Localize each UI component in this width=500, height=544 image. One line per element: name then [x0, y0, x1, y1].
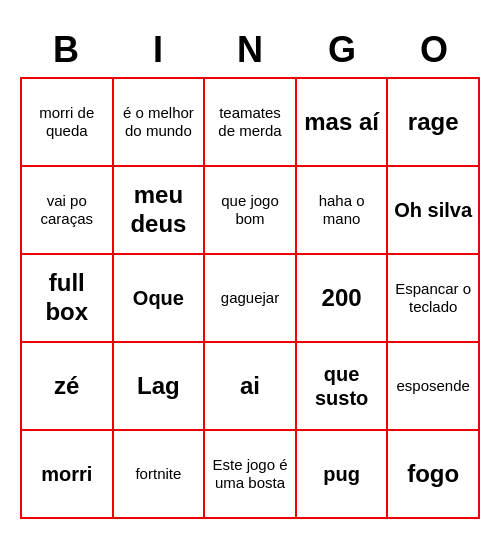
bingo-card: BINGO morri de quedaé o melhor do mundot… [20, 25, 480, 519]
cell-r3-c3: que susto [297, 343, 389, 431]
bingo-grid: morri de quedaé o melhor do mundoteamate… [20, 77, 480, 519]
cell-r1-c3: haha o mano [297, 167, 389, 255]
header-letter-b: B [20, 25, 112, 75]
header-letter-g: G [296, 25, 388, 75]
cell-r4-c0: morri [22, 431, 114, 519]
cell-r2-c2: gaguejar [205, 255, 297, 343]
cell-r4-c1: fortnite [114, 431, 206, 519]
cell-r0-c2: teamates de merda [205, 79, 297, 167]
bingo-header: BINGO [20, 25, 480, 75]
cell-r4-c3: pug [297, 431, 389, 519]
header-letter-n: N [204, 25, 296, 75]
cell-r3-c4: esposende [388, 343, 480, 431]
cell-r1-c0: vai po caraças [22, 167, 114, 255]
cell-r4-c4: fogo [388, 431, 480, 519]
cell-r0-c0: morri de queda [22, 79, 114, 167]
cell-r3-c1: Lag [114, 343, 206, 431]
cell-r1-c4: Oh silva [388, 167, 480, 255]
cell-r1-c2: que jogo bom [205, 167, 297, 255]
cell-r2-c1: Oque [114, 255, 206, 343]
cell-r0-c1: é o melhor do mundo [114, 79, 206, 167]
cell-r3-c0: zé [22, 343, 114, 431]
header-letter-o: O [388, 25, 480, 75]
cell-r0-c4: rage [388, 79, 480, 167]
cell-r4-c2: Este jogo é uma bosta [205, 431, 297, 519]
header-letter-i: I [112, 25, 204, 75]
cell-r0-c3: mas aí [297, 79, 389, 167]
cell-r2-c4: Espancar o teclado [388, 255, 480, 343]
cell-r2-c3: 200 [297, 255, 389, 343]
cell-r3-c2: ai [205, 343, 297, 431]
cell-r1-c1: meu deus [114, 167, 206, 255]
cell-r2-c0: full box [22, 255, 114, 343]
